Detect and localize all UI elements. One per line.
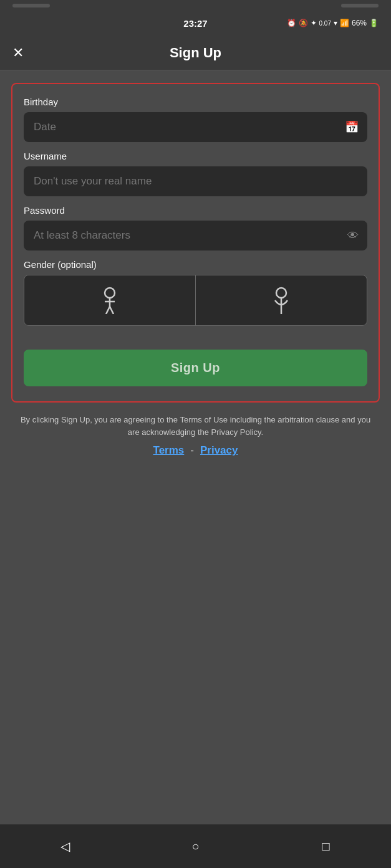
svg-point-0 — [105, 288, 115, 298]
female-icon — [270, 287, 292, 314]
link-separator: - — [190, 444, 194, 457]
recents-nav-button[interactable]: □ — [314, 834, 339, 859]
birthday-input-wrapper: 📅 — [24, 112, 367, 142]
status-bar: 23:27 ⏰ 🔕 ✦ 0.07 ▾ 📶 66% 🔋 — [0, 7, 391, 39]
sim-icon: 📶 — [340, 19, 349, 27]
gender-label: Gender (optional) — [24, 259, 367, 270]
gender-female-button[interactable] — [196, 275, 367, 325]
male-icon — [99, 287, 121, 314]
alarm-icon: ⏰ — [287, 19, 296, 27]
gender-selector — [24, 275, 367, 326]
username-label: Username — [24, 151, 367, 161]
gender-male-button[interactable] — [24, 275, 196, 325]
privacy-link[interactable]: Privacy — [200, 444, 238, 457]
password-input[interactable] — [24, 221, 367, 250]
status-time: 23:27 — [183, 18, 207, 29]
close-button[interactable]: ✕ — [12, 46, 24, 60]
bottom-nav: ◁ ○ □ — [0, 824, 391, 868]
status-icons: ⏰ 🔕 ✦ 0.07 ▾ 📶 66% 🔋 — [287, 19, 379, 27]
username-input-wrapper — [24, 166, 367, 196]
back-nav-button[interactable]: ◁ — [53, 834, 78, 859]
page-title: Sign Up — [170, 45, 221, 61]
username-field-group: Username — [24, 151, 367, 196]
svg-point-5 — [276, 288, 286, 298]
svg-line-3 — [106, 307, 110, 314]
gender-field-group: Gender (optional) — [24, 259, 367, 326]
svg-line-4 — [110, 307, 113, 314]
wifi-icon: ▾ — [334, 19, 337, 27]
password-label: Password — [24, 205, 367, 216]
username-input[interactable] — [24, 166, 367, 196]
signup-form: Birthday 📅 Username Password 👁 Gender (o… — [11, 83, 380, 403]
links-row: Terms - Privacy — [153, 444, 238, 457]
birthday-input[interactable] — [24, 112, 367, 142]
home-nav-button[interactable]: ○ — [183, 834, 208, 859]
password-field-group: Password 👁 — [24, 205, 367, 250]
bluetooth-icon: ✦ — [311, 19, 317, 27]
disclaimer-text: By clicking Sign Up, you are agreeing to… — [11, 414, 380, 438]
terms-link[interactable]: Terms — [153, 444, 185, 457]
data-icon: 0.07 — [319, 20, 331, 27]
signup-button[interactable]: Sign Up — [24, 350, 367, 386]
password-input-wrapper: 👁 — [24, 221, 367, 250]
top-pills — [0, 0, 391, 7]
main-content: Birthday 📅 Username Password 👁 Gender (o… — [0, 70, 391, 868]
header: ✕ Sign Up — [0, 39, 391, 70]
birthday-field-group: Birthday 📅 — [24, 97, 367, 142]
notification-icon: 🔕 — [299, 19, 308, 27]
birthday-label: Birthday — [24, 97, 367, 107]
battery-icon: 🔋 — [369, 19, 379, 27]
battery-text: 66% — [352, 19, 367, 27]
